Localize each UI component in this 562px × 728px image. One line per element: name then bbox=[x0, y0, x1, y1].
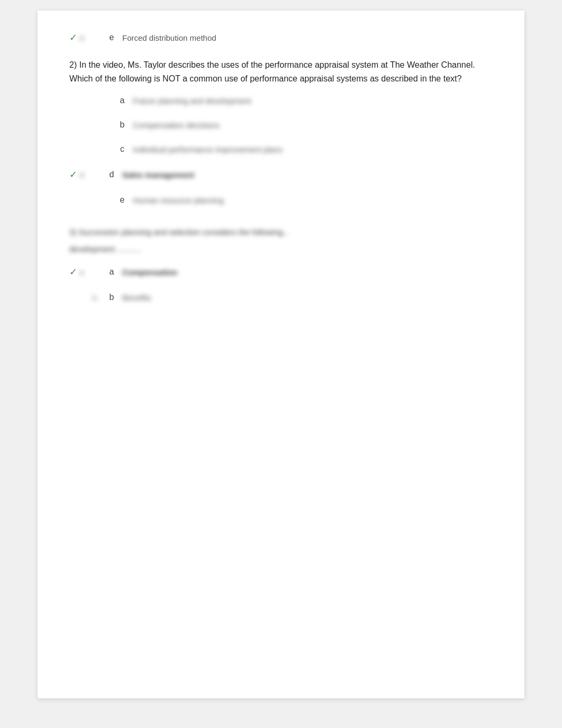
q3-b-letter-blurred: b bbox=[93, 293, 97, 302]
q2-answer-d-row: ✓ d d Sales management bbox=[69, 169, 493, 180]
q2-answer-b-row: b Compensation decisions bbox=[69, 120, 493, 130]
q2-answer-a-text: Future planning and development bbox=[133, 96, 251, 105]
q2-d-correct-marker: ✓ d bbox=[69, 169, 101, 180]
correct-marker: ✓ d bbox=[69, 32, 101, 43]
q3-answer-a-letter: a bbox=[101, 267, 122, 277]
question-2-body: In the video, Ms. Taylor describes the u… bbox=[69, 60, 475, 83]
q2-answer-b-letter: b bbox=[112, 120, 133, 130]
question-2-text: 2) In the video, Ms. Taylor describes th… bbox=[69, 58, 493, 85]
q3-answer-a-row: ✓ a a Compensation bbox=[69, 266, 493, 278]
q1-answer-e-letter-blurred: d bbox=[79, 33, 84, 42]
q2-answer-e-letter: e bbox=[112, 195, 133, 205]
q3-b-spacer: b bbox=[69, 293, 101, 302]
q2-answer-e-row: e Human resource planning bbox=[69, 195, 493, 205]
q3-check-icon: ✓ bbox=[69, 266, 77, 278]
question-3-block: 3) Succession planning and selection con… bbox=[69, 226, 493, 302]
question-2-block: 2) In the video, Ms. Taylor describes th… bbox=[69, 58, 493, 205]
q2-answer-b-text: Compensation decisions bbox=[133, 121, 219, 130]
question-3-text-line1: 3) Succession planning and selection con… bbox=[69, 226, 493, 239]
q2-check-icon: ✓ bbox=[69, 169, 77, 180]
q3-a-letter-blurred: a bbox=[79, 268, 84, 277]
question-3-text-line2: development ........... bbox=[69, 243, 493, 256]
q2-answer-c-letter: c bbox=[112, 144, 133, 154]
question-2-number: 2) bbox=[69, 60, 77, 69]
q3-answer-b-text: Benefits bbox=[122, 293, 151, 302]
q2-answer-c-text: Individual performance improvement plans bbox=[133, 145, 283, 154]
q2-answer-d-letter: d bbox=[101, 170, 122, 179]
q1-answer-e-text: Forced distribution method bbox=[122, 33, 216, 42]
q2-answer-a-row: a Future planning and development bbox=[69, 96, 493, 105]
check-icon: ✓ bbox=[69, 32, 77, 43]
q2-answer-a-letter: a bbox=[112, 96, 133, 105]
q2-answer-c-row: c Individual performance improvement pla… bbox=[69, 144, 493, 154]
q2-d-letter-blurred: d bbox=[79, 170, 84, 179]
q1-answer-e-letter: e bbox=[101, 33, 122, 42]
q2-answer-d-text: Sales management bbox=[122, 170, 194, 179]
q3-answer-b-letter: b bbox=[101, 293, 122, 302]
q2-answer-e-text: Human resource planning bbox=[133, 196, 224, 205]
q1-answer-e-row: ✓ d e Forced distribution method bbox=[69, 32, 493, 43]
q3-a-correct-marker: ✓ a bbox=[69, 266, 101, 278]
exam-page: ✓ d e Forced distribution method 2) In t… bbox=[38, 11, 524, 698]
q3-answer-b-row: b b Benefits bbox=[69, 293, 493, 302]
q3-answer-a-text: Compensation bbox=[122, 268, 177, 277]
